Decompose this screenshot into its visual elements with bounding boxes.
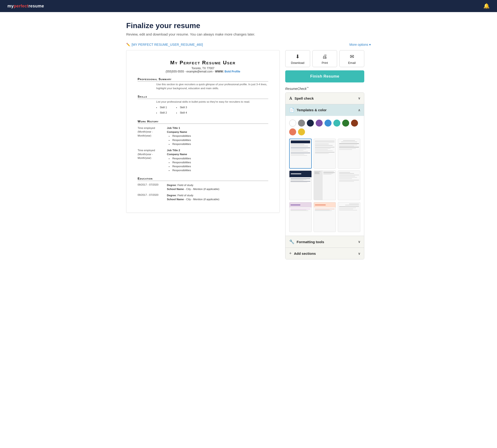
resume-edu-row-1: 09/2017 - 07/2020 Degree: Field of study… [137,183,268,191]
main-layout: My Perfect Resume User Toronto, TX 77007… [126,50,371,259]
add-sections-icon: + [289,251,292,256]
swatch-white[interactable] [289,120,296,127]
template-thumb-1[interactable] [289,139,312,169]
resume-work-date-2: Time employed(Month/year -Month/year) [137,148,163,173]
resume-edu-date-2: 09/2017 - 07/2020 [137,193,163,202]
resp-1-1: Responsibilities [169,134,191,138]
templates-color-label: Templates & color [297,108,326,112]
company-name-2: Company Name [167,153,187,156]
bell-icon[interactable]: 🔔 [483,3,490,9]
navbar: myperfectresume 🔔 [0,0,497,12]
template-thumb-4[interactable] [289,171,312,200]
accordion-spell-check: 𝐀 Spell check ∨ [286,93,364,104]
email-label: Email [348,61,356,64]
finish-resume-button[interactable]: Finish Resume [285,70,364,82]
resume-work-row-2: Time employed(Month/year -Month/year) Jo… [137,148,268,173]
resume-preview: My Perfect Resume User Toronto, TX 77007… [126,50,280,213]
resume-work-row-1: Time employed(Month/year -Month/year) Jo… [137,126,268,146]
resume-contact: Toronto, TX 77007 (555)555-5555 - exampl… [137,67,268,73]
logo[interactable]: myperfectresume [7,4,44,9]
add-sections-header-left: + Add sections [289,251,316,256]
resume-work-detail-2: Job Title 2 Company Name Responsibilitie… [167,148,191,173]
formatting-tools-chevron: ∨ [358,240,360,244]
resume-section-work-history: Work History [137,120,268,124]
download-label: Download [291,61,304,64]
right-panel: ⬇ Download 🖨 Print ✉ Email Finish Resume… [285,50,364,259]
resume-bold-profile-link[interactable]: Bold Profile [224,70,240,73]
resume-section-professional-summary: Professional Summary [137,77,268,81]
resume-section-skills: Skills [137,95,268,99]
templates-color-chevron: ∧ [358,108,360,112]
edu-school-1: School Name [167,188,184,191]
swatch-teal[interactable] [333,120,340,127]
skill-4: Skill 4 [176,110,187,115]
template-thumb-2[interactable] [314,139,336,169]
resp-2-1: Responsibilities [169,157,191,160]
file-name-text: [MY PERFECT RESUME_USER_RESUME_460] [132,43,203,47]
more-options-button[interactable]: More options ▾ [349,43,371,47]
resume-email-separator: - [185,70,187,73]
template-thumb-6[interactable] [338,171,360,200]
spell-check-label: Spell check [294,96,314,100]
spell-check-chevron: ∨ [358,96,360,100]
resp-2-4: Responsibilities [169,168,191,172]
resume-check-tm: ™ [307,87,309,89]
resume-summary-placeholder: Use this section to give recruiters a qu… [156,82,268,91]
resume-skills-col2: Skill 3 Skill 4 [176,105,187,115]
page-title: Finalize your resume [126,21,371,30]
spell-check-header-left: 𝐀 Spell check [289,96,314,101]
add-sections-header[interactable]: + Add sections ∨ [286,248,364,259]
edu-degree-1: Degree [167,184,176,187]
accordion-formatting-tools: 🔧 Formatting tools ∨ [286,236,364,248]
swatch-salmon[interactable] [289,128,296,135]
template-thumb-9[interactable] [338,202,360,232]
email-icon: ✉ [350,54,354,60]
swatch-yellow[interactable] [298,128,305,135]
template-thumb-5[interactable] [314,171,336,200]
swatch-gray[interactable] [298,120,305,127]
accordion-add-sections: + Add sections ∨ [286,248,364,259]
color-swatches [289,120,360,135]
page-content: Finalize your resume Review, edit and do… [121,12,376,273]
logo-resume: resume [29,4,44,8]
logo-my: my [7,4,14,8]
formatting-tools-label: Formatting tools [297,240,324,244]
formatting-tools-header[interactable]: 🔧 Formatting tools ∨ [286,236,364,248]
resume-www-label: - WWW: [213,70,224,73]
swatch-purple[interactable] [316,120,323,127]
templates-color-header-left: 📄 Templates & color [289,108,326,113]
add-sections-chevron: ∨ [358,252,360,256]
spell-check-header[interactable]: 𝐀 Spell check ∨ [286,93,364,104]
resume-edu-row-2: 09/2017 - 07/2020 Degree: Field of study… [137,193,268,202]
resp-2-3: Responsibilities [169,164,191,168]
page-subtitle: Review, edit and download your resume. Y… [126,32,371,36]
accordion: 𝐀 Spell check ∨ 📄 Templates & color ∧ [285,93,364,260]
resume-edu-detail-1: Degree: Field of study School Name - Cit… [167,183,220,191]
templates-color-header[interactable]: 📄 Templates & color ∧ [286,104,364,116]
resume-work-date-1: Time employed(Month/year -Month/year) [137,126,163,146]
pencil-icon: ✏️ [126,43,130,47]
print-button[interactable]: 🖨 Print [312,50,337,67]
print-icon: 🖨 [322,54,327,60]
edu-school-2: School Name [167,198,184,201]
template-thumb-3[interactable] [338,139,360,169]
skill-2: Skill 2 [156,110,167,115]
download-button[interactable]: ⬇ Download [285,50,310,67]
resume-email: example@email.com [187,70,212,73]
template-thumb-8[interactable] [314,202,336,232]
accordion-templates-color: 📄 Templates & color ∧ [286,104,364,236]
resp-1-3: Responsibilities [169,142,191,146]
formatting-tools-icon: 🔧 [289,239,294,244]
resume-work-detail-1: Job Title 1 Company Name Responsibilitie… [167,126,191,146]
swatch-brown[interactable] [351,120,358,127]
file-name[interactable]: ✏️ [MY PERFECT RESUME_USER_RESUME_460] [126,43,203,47]
add-sections-label: Add sections [294,252,316,256]
resume-check-label: ResumeCheck™ [285,87,364,91]
swatch-blue[interactable] [325,120,331,127]
templates-icon: 📄 [289,108,294,113]
resume-check-text: ResumeCheck [285,87,307,91]
swatch-green[interactable] [342,120,349,127]
template-thumb-7[interactable] [289,202,312,232]
swatch-navy[interactable] [307,120,314,127]
email-button[interactable]: ✉ Email [339,50,364,67]
